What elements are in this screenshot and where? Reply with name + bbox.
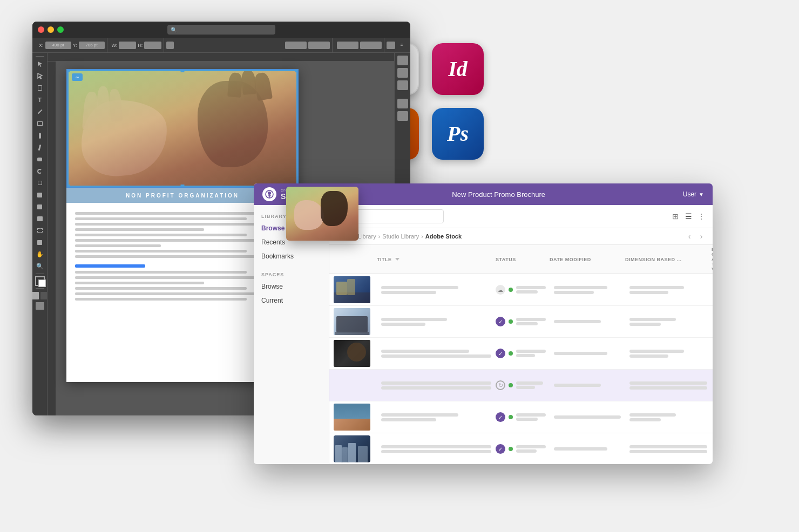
col-header-status[interactable]: STATUS	[496, 247, 550, 271]
paragraph-icon[interactable]	[397, 99, 408, 108]
breadcrumb-prev[interactable]: ‹	[685, 231, 694, 241]
doc-blue-bar	[75, 264, 145, 268]
cs-sidebar: LIBRARY Browse Recents Bookmarks SPACES …	[254, 205, 329, 464]
doc-text-line	[75, 217, 247, 220]
grid-view-button[interactable]: ⊞	[671, 212, 680, 221]
w-value[interactable]	[119, 42, 136, 49]
y-value[interactable]: 706 pt	[79, 42, 105, 49]
x-value[interactable]: 498 pt	[45, 42, 71, 49]
row-thumbnail	[334, 404, 370, 431]
table-row[interactable]: ↻	[329, 370, 713, 401]
breadcrumb-studio[interactable]: Studio Library	[382, 233, 419, 240]
column-graph-tool[interactable]	[35, 213, 45, 224]
doc-text-line	[75, 298, 247, 301]
type-tool[interactable]: T	[35, 94, 45, 105]
breadcrumb-next[interactable]: ›	[696, 231, 706, 241]
paintbrush-tool[interactable]	[35, 130, 45, 141]
maximize-button[interactable]	[57, 26, 64, 33]
col-header-title[interactable]: TITLE	[377, 247, 496, 271]
sidebar-item-spaces-browse[interactable]: Browse	[254, 279, 329, 294]
svg-point-9	[268, 192, 271, 195]
sidebar-item-current[interactable]: Current	[254, 294, 329, 308]
row-text-attr-data	[712, 442, 713, 455]
slice-tool[interactable]	[35, 237, 45, 248]
minimize-button[interactable]	[48, 26, 54, 33]
scale-tool[interactable]	[35, 178, 45, 188]
photoshop-icon[interactable]: Ps	[432, 108, 484, 160]
link-icon[interactable]	[166, 42, 174, 49]
transform-1[interactable]	[285, 42, 307, 49]
status-dot	[509, 319, 513, 324]
cs-logo-icon	[262, 187, 276, 201]
menu-icon[interactable]: ≡	[397, 42, 406, 49]
cs-breadcrumb: Home › Library › Studio Library › Adobe …	[329, 228, 713, 245]
w-label: W:	[112, 43, 118, 48]
row-thumbnail	[334, 435, 370, 462]
eraser-tool[interactable]	[35, 154, 45, 165]
blend-tool[interactable]	[35, 189, 45, 200]
spaces-section-label: SPACES	[254, 270, 329, 279]
doc-text-line	[75, 292, 279, 295]
rect-tool[interactable]	[35, 118, 45, 129]
sort-icon	[395, 258, 400, 261]
align-2[interactable]	[360, 42, 382, 49]
col-header-dimension[interactable]: DIMENSION BASED ...	[625, 247, 712, 271]
character-icon[interactable]	[397, 111, 408, 121]
zoom-tool[interactable]: 🔍	[35, 261, 45, 271]
line-tool[interactable]	[35, 106, 45, 117]
row-text-attr-data	[712, 379, 713, 392]
row-dimension-data	[625, 286, 712, 294]
properties-icon[interactable]	[397, 68, 408, 78]
traffic-lights	[38, 26, 64, 33]
layers-icon[interactable]	[397, 56, 408, 65]
ai-search-bar[interactable]: 🔍	[167, 25, 275, 35]
col-header-thumb	[334, 247, 377, 271]
list-view-button[interactable]: ☰	[683, 212, 693, 221]
rotate-tool[interactable]	[35, 166, 45, 176]
row-text-attr-data	[712, 411, 713, 424]
table-row[interactable]: ☁	[329, 274, 713, 306]
symbol-tool[interactable]	[35, 201, 45, 212]
hand-tool[interactable]: ✋	[35, 249, 45, 260]
links-icon[interactable]	[397, 80, 408, 90]
row-thumbnail	[334, 276, 370, 303]
row-thumbnail	[334, 308, 370, 335]
breadcrumb-library[interactable]: Library	[358, 233, 376, 240]
type-char-button[interactable]	[36, 302, 44, 310]
row-dimension-data	[625, 318, 712, 326]
col-header-text-attr[interactable]: EXAMPLE OF A TEXT ATTRIBUTE THAT IS VER	[712, 247, 713, 271]
table-row[interactable]: ✓	[329, 306, 713, 338]
doc-text-line	[75, 271, 247, 274]
indesign-icon[interactable]: Id	[432, 43, 484, 95]
row-date-data	[550, 320, 625, 323]
col-header-date[interactable]: DATE MODIFIED	[550, 247, 625, 271]
settings-icon[interactable]	[387, 42, 395, 49]
doc-text-line	[75, 282, 204, 284]
select-tool[interactable]	[35, 59, 45, 70]
fill-color[interactable]	[35, 276, 45, 286]
table-row[interactable]: ✓	[329, 401, 713, 433]
direct-select-tool[interactable]	[35, 71, 45, 81]
cs-content-header: 🔍 ⊞ ☰ ⋮	[329, 205, 713, 228]
close-button[interactable]	[38, 26, 44, 33]
pencil-tool[interactable]	[35, 142, 45, 153]
table-row[interactable]: ✓	[329, 433, 713, 464]
status-text	[516, 286, 546, 294]
status-sync-icon: ↻	[496, 380, 505, 390]
more-options-button[interactable]: ⋮	[696, 212, 706, 221]
artboard-tool[interactable]	[35, 225, 45, 236]
pen-tool[interactable]	[35, 83, 45, 93]
cs-user-menu[interactable]: User ▼	[683, 190, 704, 198]
status-text	[516, 381, 543, 389]
h-label: H:	[138, 43, 143, 48]
normal-mode[interactable]	[32, 292, 39, 299]
h-value[interactable]	[144, 42, 161, 49]
transform-2[interactable]	[308, 42, 330, 49]
status-check-icon: ✓	[496, 444, 505, 454]
row-status-cell: ✓	[496, 349, 550, 358]
row-date-data	[550, 286, 625, 294]
align-1[interactable]	[337, 42, 358, 49]
sidebar-item-bookmarks[interactable]: Bookmarks	[254, 249, 329, 263]
table-row[interactable]: ✓	[329, 338, 713, 370]
preview-mode[interactable]	[40, 292, 48, 299]
